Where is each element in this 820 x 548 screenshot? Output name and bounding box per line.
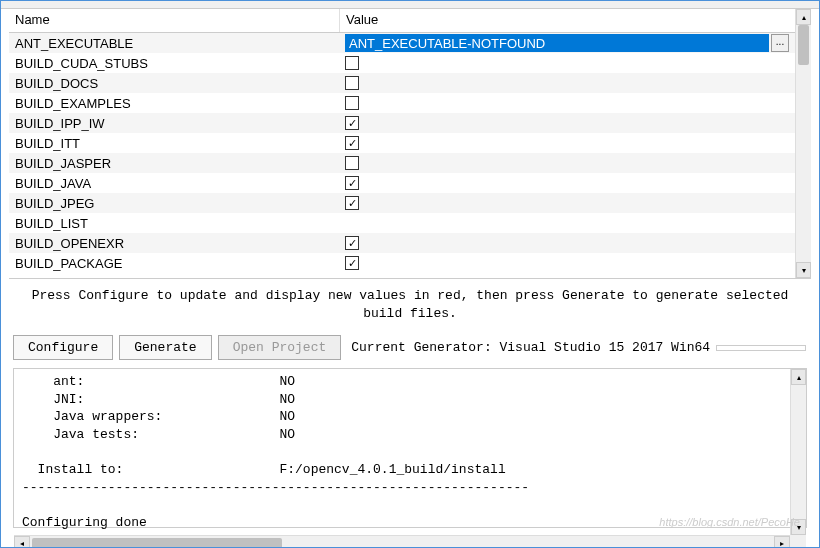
variable-name: BUILD_JAVA bbox=[9, 176, 339, 191]
variable-checkbox[interactable]: ✓ bbox=[345, 116, 359, 130]
cache-variables-table: Name Value ANT_EXECUTABLEANT_EXECUTABLE-… bbox=[9, 9, 811, 279]
table-row[interactable]: BUILD_EXAMPLES bbox=[9, 93, 795, 113]
variable-name: BUILD_IPP_IW bbox=[9, 116, 339, 131]
table-row[interactable]: BUILD_IPP_IW✓ bbox=[9, 113, 795, 133]
variable-text-input[interactable]: ANT_EXECUTABLE-NOTFOUND bbox=[345, 34, 769, 52]
variable-checkbox[interactable] bbox=[345, 156, 359, 170]
variable-checkbox[interactable] bbox=[345, 76, 359, 90]
variable-checkbox[interactable]: ✓ bbox=[345, 136, 359, 150]
variable-value-cell[interactable]: ✓ bbox=[339, 256, 795, 270]
scroll-up-button[interactable]: ▴ bbox=[791, 369, 806, 385]
current-generator-label: Current Generator: Visual Studio 15 2017… bbox=[351, 340, 710, 355]
output-vertical-scrollbar[interactable]: ▴ ▾ bbox=[790, 369, 806, 535]
scroll-right-button[interactable]: ▸ bbox=[774, 536, 790, 548]
scroll-down-button[interactable]: ▾ bbox=[796, 262, 811, 278]
variable-value-cell[interactable] bbox=[339, 56, 795, 70]
action-button-row: Configure Generate Open Project Current … bbox=[1, 331, 819, 364]
variable-checkbox[interactable]: ✓ bbox=[345, 256, 359, 270]
table-row[interactable]: BUILD_ITT✓ bbox=[9, 133, 795, 153]
variable-value-cell[interactable] bbox=[339, 216, 795, 230]
open-project-button: Open Project bbox=[218, 335, 342, 360]
table-row[interactable]: BUILD_JASPER bbox=[9, 153, 795, 173]
scroll-thumb[interactable] bbox=[798, 25, 809, 65]
column-header-name[interactable]: Name bbox=[9, 9, 339, 32]
scroll-corner bbox=[790, 535, 806, 548]
output-log-panel: ant: NO JNI: NO Java wrappers: NO Java t… bbox=[13, 368, 807, 528]
generate-button[interactable]: Generate bbox=[119, 335, 211, 360]
variable-name: BUILD_EXAMPLES bbox=[9, 96, 339, 111]
variable-name: BUILD_JPEG bbox=[9, 196, 339, 211]
variable-name: BUILD_ITT bbox=[9, 136, 339, 151]
toolbar-top bbox=[1, 1, 819, 9]
variable-checkbox[interactable] bbox=[345, 96, 359, 110]
variable-value-cell[interactable] bbox=[339, 156, 795, 170]
output-log-text: ant: NO JNI: NO Java wrappers: NO Java t… bbox=[14, 369, 790, 535]
variable-value-cell[interactable]: ANT_EXECUTABLE-NOTFOUND... bbox=[339, 34, 795, 52]
table-row[interactable]: BUILD_OPENEXR✓ bbox=[9, 233, 795, 253]
variable-name: BUILD_OPENEXR bbox=[9, 236, 339, 251]
variable-name: BUILD_DOCS bbox=[9, 76, 339, 91]
column-header-value[interactable]: Value bbox=[339, 9, 795, 32]
variable-value-cell[interactable] bbox=[339, 96, 795, 110]
scroll-down-button[interactable]: ▾ bbox=[791, 519, 806, 535]
scroll-up-button[interactable]: ▴ bbox=[796, 9, 811, 25]
variable-value-cell[interactable]: ✓ bbox=[339, 236, 795, 250]
variable-checkbox[interactable]: ✓ bbox=[345, 176, 359, 190]
variable-value-cell[interactable]: ✓ bbox=[339, 196, 795, 210]
variable-value-cell[interactable]: ✓ bbox=[339, 136, 795, 150]
variable-name: BUILD_CUDA_STUBS bbox=[9, 56, 339, 71]
variable-name: BUILD_LIST bbox=[9, 216, 339, 231]
variable-checkbox[interactable] bbox=[345, 56, 359, 70]
table-row[interactable]: BUILD_LIST bbox=[9, 213, 795, 233]
variable-value-cell[interactable]: ✓ bbox=[339, 176, 795, 190]
table-row[interactable]: BUILD_JAVA✓ bbox=[9, 173, 795, 193]
table-row[interactable]: BUILD_CUDA_STUBS bbox=[9, 53, 795, 73]
table-vertical-scrollbar[interactable]: ▴ ▾ bbox=[795, 9, 811, 278]
table-header: Name Value bbox=[9, 9, 795, 33]
variable-value-cell[interactable]: ✓ bbox=[339, 116, 795, 130]
table-row[interactable]: BUILD_DOCS bbox=[9, 73, 795, 93]
configure-button[interactable]: Configure bbox=[13, 335, 113, 360]
current-generator-field[interactable] bbox=[716, 345, 806, 351]
browse-button[interactable]: ... bbox=[771, 34, 789, 52]
scroll-thumb[interactable] bbox=[32, 538, 282, 548]
variable-checkbox[interactable]: ✓ bbox=[345, 236, 359, 250]
variable-checkbox[interactable]: ✓ bbox=[345, 196, 359, 210]
table-row[interactable]: ANT_EXECUTABLEANT_EXECUTABLE-NOTFOUND... bbox=[9, 33, 795, 53]
table-row[interactable]: BUILD_JPEG✓ bbox=[9, 193, 795, 213]
table-row[interactable]: BUILD_PACKAGE✓ bbox=[9, 253, 795, 273]
variable-name: ANT_EXECUTABLE bbox=[9, 36, 339, 51]
output-horizontal-scrollbar[interactable]: ◂ ▸ bbox=[14, 535, 790, 548]
scroll-left-button[interactable]: ◂ bbox=[14, 536, 30, 548]
variable-name: BUILD_JASPER bbox=[9, 156, 339, 171]
hint-text: Press Configure to update and display ne… bbox=[1, 279, 819, 331]
variable-value-cell[interactable] bbox=[339, 76, 795, 90]
variable-name: BUILD_PACKAGE bbox=[9, 256, 339, 271]
